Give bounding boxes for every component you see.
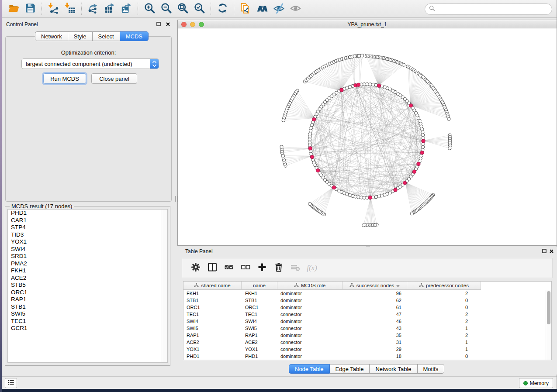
tab-mcds[interactable]: MCDS xyxy=(120,31,149,41)
search-input[interactable] xyxy=(437,5,552,14)
tab-style[interactable]: Style xyxy=(68,31,93,41)
table-row[interactable]: ACE2ACE2connector311 xyxy=(183,339,551,346)
column-header-shared-name[interactable]: shared name xyxy=(183,282,242,290)
mcds-result-item[interactable]: GCR1 xyxy=(8,325,167,332)
float-panel-icon[interactable] xyxy=(541,248,547,254)
table-row[interactable]: FKH1FKH1dominator962 xyxy=(183,290,551,297)
task-history-button[interactable] xyxy=(5,378,17,388)
mcds-result-item[interactable]: STB5 xyxy=(8,282,167,289)
table-panel: Table Panel xyxy=(177,247,557,375)
delete-columns-button[interactable] xyxy=(270,260,287,276)
table-cell: FKH1 xyxy=(183,290,242,297)
mcds-result-item[interactable]: TEC1 xyxy=(8,318,167,325)
network-canvas[interactable] xyxy=(178,28,557,245)
show-eye-button[interactable] xyxy=(287,1,304,16)
table-row[interactable]: RAP1RAP1dominator352 xyxy=(183,332,551,339)
float-panel-icon[interactable] xyxy=(156,21,162,27)
column-header-label: MCDS role xyxy=(301,283,325,288)
tab-motifs[interactable]: Motifs xyxy=(418,364,445,374)
run-mcds-button[interactable]: Run MCDS xyxy=(43,73,86,84)
zoom-fit-button[interactable] xyxy=(174,1,191,16)
network-graph[interactable] xyxy=(178,28,557,245)
column-header-label: predecessor nodes xyxy=(426,283,469,288)
column-header-successor-nodes[interactable]: successor nodes xyxy=(343,282,407,290)
refresh-button[interactable] xyxy=(214,1,231,16)
mcds-result-item[interactable]: TID3 xyxy=(8,231,167,239)
table-scrollbar[interactable] xyxy=(546,290,551,360)
column-tree-icon xyxy=(349,283,354,289)
table-row[interactable]: SWI5SWI5connector431 xyxy=(183,325,551,332)
mcds-result-item[interactable]: RAP1 xyxy=(8,296,167,303)
open-folder-button[interactable] xyxy=(5,1,22,16)
hide-selected-button[interactable] xyxy=(270,1,287,16)
mcds-result-item[interactable]: SWI4 xyxy=(8,246,167,253)
import-network-button[interactable] xyxy=(45,1,62,16)
select-all-button[interactable] xyxy=(221,260,237,276)
share-document-icon xyxy=(240,2,252,16)
export-network-button[interactable] xyxy=(85,1,101,16)
column-header-predecessor-nodes[interactable]: predecessor nodes xyxy=(407,282,481,290)
table-cell: 2 xyxy=(407,311,481,318)
mcds-result-item[interactable]: PMA2 xyxy=(8,260,167,268)
column-header-MCDS-role[interactable]: MCDS role xyxy=(277,282,343,290)
table-cell: 2 xyxy=(407,290,481,297)
tab-edge-table[interactable]: Edge Table xyxy=(330,364,370,374)
zoom-out-button[interactable] xyxy=(158,1,174,16)
main-toolbar xyxy=(2,0,557,18)
tab-select[interactable]: Select xyxy=(93,31,120,41)
mcds-result-item[interactable]: FKH1 xyxy=(8,267,167,275)
zoom-selected-button[interactable] xyxy=(191,1,208,16)
unselect-all-button[interactable] xyxy=(237,260,254,276)
table-row[interactable]: PHD1PHD1dominator180 xyxy=(183,353,551,360)
close-panel-button[interactable]: Close panel xyxy=(91,73,137,84)
close-panel-icon[interactable] xyxy=(165,21,171,27)
table-row[interactable]: SWI4SWI4dominator462 xyxy=(183,318,551,325)
find-binoculars-button[interactable] xyxy=(254,1,270,16)
search-icon xyxy=(429,5,437,13)
table-row[interactable]: YOX1YOX1connector291 xyxy=(183,346,551,353)
table-row[interactable]: TEC1TEC1connector472 xyxy=(183,311,551,318)
tab-node-table[interactable]: Node Table xyxy=(289,364,330,374)
table-row[interactable]: STB1STB1dominator620 xyxy=(183,297,551,304)
mcds-result-item[interactable]: PHD1 xyxy=(8,210,167,217)
result-list-scrollbar[interactable] xyxy=(162,210,167,362)
export-image-button[interactable] xyxy=(118,1,135,16)
memory-button[interactable]: Memory xyxy=(519,378,553,388)
show-columns-button[interactable] xyxy=(204,260,221,276)
mcds-result-item[interactable]: SRD1 xyxy=(8,253,167,260)
mcds-result-item[interactable]: CAR1 xyxy=(8,217,167,224)
tab-network[interactable]: Network xyxy=(35,31,68,41)
zoom-in-button[interactable] xyxy=(141,1,158,16)
export-table-button[interactable] xyxy=(101,1,118,16)
add-column-button[interactable] xyxy=(254,260,270,276)
mcds-result-item[interactable]: STB1 xyxy=(8,303,167,311)
table-scrollbar-thumb[interactable] xyxy=(547,291,550,324)
plus-icon xyxy=(257,262,267,274)
toolbar-separator xyxy=(138,3,138,15)
table-cell: YOX1 xyxy=(242,346,277,353)
table-cell: 18 xyxy=(343,353,407,360)
table-cell: connector xyxy=(277,346,343,353)
share-document-button[interactable] xyxy=(237,1,254,16)
import-table-icon xyxy=(64,2,76,16)
tab-network-table[interactable]: Network Table xyxy=(370,364,417,374)
save-session-button[interactable] xyxy=(22,1,38,16)
optimization-criterion-select[interactable]: largest connected component (undirected) xyxy=(21,58,159,69)
close-panel-icon[interactable] xyxy=(548,248,554,254)
export-image-icon xyxy=(121,2,132,16)
sort-caret-icon xyxy=(396,283,400,288)
mcds-result-item[interactable]: ORC1 xyxy=(8,289,167,296)
mcds-result-item[interactable]: YOX1 xyxy=(8,238,167,246)
column-header-name[interactable]: name xyxy=(242,282,277,290)
mcds-result-item[interactable]: SWI5 xyxy=(8,310,167,318)
toolbar-separator xyxy=(42,3,42,15)
table-settings-button[interactable] xyxy=(187,260,204,276)
table-cell: dominator xyxy=(277,318,343,325)
table-cell: 62 xyxy=(343,297,407,304)
mcds-result-list[interactable]: PHD1CAR1STP4TID3YOX1SWI4SRD1PMA2FKH1ACE2… xyxy=(7,209,168,363)
mcds-result-item[interactable]: ACE2 xyxy=(8,275,167,282)
table-row[interactable]: ORC1ORC1dominator610 xyxy=(183,304,551,311)
import-table-button[interactable] xyxy=(62,1,78,16)
select-stepper-icon xyxy=(150,59,159,69)
mcds-result-item[interactable]: STP4 xyxy=(8,224,167,231)
